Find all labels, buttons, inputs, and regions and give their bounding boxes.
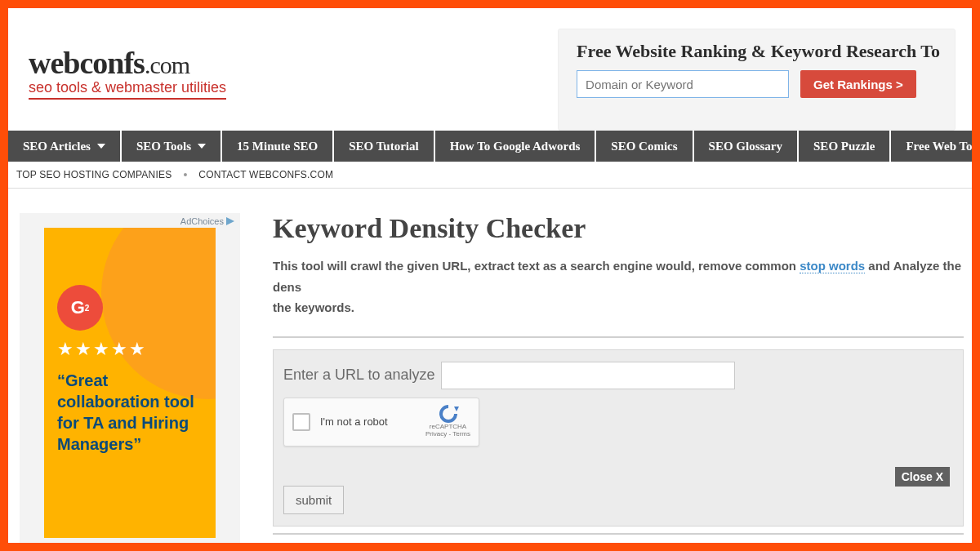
main-nav: SEO Articles SEO Tools 15 Minute SEO SEO…	[8, 131, 972, 162]
chevron-down-icon	[198, 144, 206, 149]
star-rating-icon: ★★★★★	[57, 339, 203, 360]
recaptcha-checkbox[interactable]	[292, 413, 310, 431]
nav-seo-puzzle[interactable]: SEO Puzzle	[799, 131, 891, 162]
nav-15-minute-seo[interactable]: 15 Minute SEO	[222, 131, 334, 162]
nav-seo-comics[interactable]: SEO Comics	[596, 131, 693, 162]
stop-words-link[interactable]: stop words	[800, 259, 865, 273]
separator-dot: •	[183, 168, 187, 181]
chevron-down-icon	[97, 144, 105, 149]
domain-keyword-input[interactable]	[577, 70, 789, 98]
nav-how-to-adwords[interactable]: How To Google Adwords	[435, 131, 597, 162]
close-button[interactable]: Close X	[895, 467, 950, 487]
subnav-contact[interactable]: CONTACT WEBCONFS.COM	[198, 169, 333, 180]
logo-tagline: seo tools & webmaster utilities	[29, 79, 226, 100]
intro-text: This tool will crawl the given URL, extr…	[273, 256, 964, 318]
ranking-widget: Free Website Ranking & Keyword Research …	[558, 29, 956, 131]
ad-quote-text: “Great collaboration tool for TA and Hir…	[57, 370, 203, 455]
sidebar-ad[interactable]: AdChoices G2 ★★★★★ “Great collaboration …	[20, 213, 240, 543]
svg-marker-1	[454, 407, 459, 411]
recaptcha-text: I'm not a robot	[320, 415, 416, 428]
url-input-label: Enter a URL to analyze	[283, 367, 434, 384]
nav-free-web-tools[interactable]: Free Web Tool	[891, 131, 972, 162]
nav-seo-glossary[interactable]: SEO Glossary	[694, 131, 799, 162]
ranking-title: Free Website Ranking & Keyword Research …	[577, 41, 940, 62]
subnav-top-seo-hosting[interactable]: TOP SEO HOSTING COMPANIES	[16, 169, 172, 180]
header: webconfs.com seo tools & webmaster utili…	[8, 8, 972, 131]
svg-marker-0	[226, 217, 234, 225]
get-rankings-button[interactable]: Get Rankings >	[800, 70, 916, 98]
adchoices-label[interactable]: AdChoices	[180, 216, 235, 226]
recaptcha[interactable]: I'm not a robot reCAPTCHA Privacy - Term…	[283, 398, 479, 447]
g2-badge-icon: G2	[57, 285, 103, 331]
url-input[interactable]	[441, 362, 735, 389]
adchoices-icon	[225, 216, 235, 226]
page-title: Keyword Density Checker	[273, 213, 964, 244]
content: AdChoices G2 ★★★★★ “Great collaboration …	[8, 189, 972, 543]
logo[interactable]: webconfs.com seo tools & webmaster utili…	[29, 20, 226, 131]
nav-seo-articles[interactable]: SEO Articles	[8, 131, 122, 162]
divider	[273, 533, 964, 535]
analyze-form: Enter a URL to analyze I'm not a robot r…	[273, 349, 964, 527]
nav-seo-tutorial[interactable]: SEO Tutorial	[334, 131, 434, 162]
submit-button[interactable]: submit	[283, 486, 344, 514]
divider	[273, 336, 964, 338]
logo-text: webconfs	[29, 46, 145, 80]
logo-dotcom: .com	[145, 51, 189, 78]
recaptcha-logo-icon: reCAPTCHA Privacy - Terms	[425, 405, 470, 438]
main-column: Keyword Density Checker This tool will c…	[273, 213, 972, 543]
sub-nav: TOP SEO HOSTING COMPANIES • CONTACT WEBC…	[8, 162, 972, 189]
ad-creative: G2 ★★★★★ “Great collaboration tool for T…	[44, 228, 216, 538]
nav-seo-tools[interactable]: SEO Tools	[122, 131, 222, 162]
